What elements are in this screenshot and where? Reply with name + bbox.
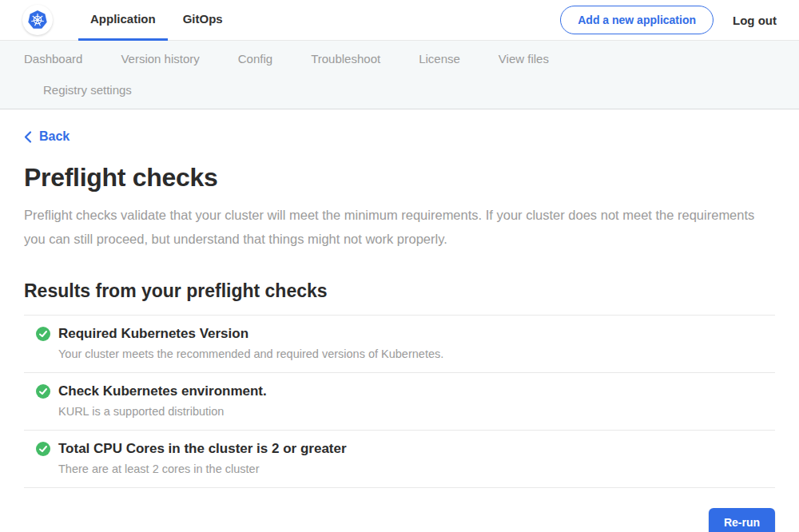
app-sub-navigation: Dashboard Version history Config Trouble… bbox=[0, 41, 799, 109]
page-title: Preflight checks bbox=[24, 163, 775, 193]
success-check-icon bbox=[36, 442, 50, 456]
check-item-kubernetes-environment: Check Kubernetes environment. KURL is a … bbox=[24, 372, 775, 430]
back-link[interactable]: Back bbox=[24, 129, 70, 144]
preflight-check-list: Required Kubernetes Version Your cluster… bbox=[24, 315, 775, 488]
kubernetes-logo-icon[interactable] bbox=[22, 5, 53, 35]
page-description: Preflight checks validate that your clus… bbox=[24, 203, 755, 251]
rerun-button[interactable]: Re-run bbox=[709, 508, 775, 532]
subnav-row-1: Dashboard Version history Config Trouble… bbox=[5, 43, 794, 74]
subnav-item-troubleshoot[interactable]: Troubleshoot bbox=[292, 43, 400, 74]
check-item-cpu-cores: Total CPU Cores in the cluster is 2 or g… bbox=[24, 430, 775, 487]
success-check-icon bbox=[36, 327, 50, 341]
top-bar: Application GitOps Add a new application… bbox=[0, 0, 799, 41]
check-item-kubernetes-version: Required Kubernetes Version Your cluster… bbox=[24, 315, 775, 372]
check-title-row: Check Kubernetes environment. bbox=[36, 383, 775, 399]
kubernetes-helm-icon bbox=[25, 7, 50, 33]
preflight-content: Back Preflight checks Preflight checks v… bbox=[24, 109, 775, 532]
check-title-row: Total CPU Cores in the cluster is 2 or g… bbox=[36, 441, 775, 457]
chevron-left-icon bbox=[24, 131, 32, 143]
add-new-application-button[interactable]: Add a new application bbox=[560, 6, 714, 34]
subnav-item-license[interactable]: License bbox=[400, 43, 479, 74]
subnav-item-dashboard[interactable]: Dashboard bbox=[5, 43, 101, 74]
subnav-row-2: Registry settings bbox=[5, 74, 794, 105]
tab-gitops[interactable]: GitOps bbox=[171, 0, 235, 41]
tab-application-label: Application bbox=[90, 12, 156, 26]
primary-tabs: Application GitOps bbox=[78, 0, 238, 41]
results-heading: Results from your preflight checks bbox=[24, 280, 775, 302]
subnav-item-view-files[interactable]: View files bbox=[479, 43, 568, 74]
footer-actions: Re-run bbox=[24, 488, 775, 532]
check-title-row: Required Kubernetes Version bbox=[36, 326, 775, 342]
check-title: Required Kubernetes Version bbox=[58, 326, 248, 342]
subnav-item-config[interactable]: Config bbox=[219, 43, 292, 74]
check-detail: KURL is a supported distribution bbox=[58, 405, 775, 418]
back-link-label: Back bbox=[39, 129, 70, 144]
logout-link[interactable]: Log out bbox=[733, 14, 777, 27]
tab-application[interactable]: Application bbox=[78, 0, 168, 41]
tab-gitops-label: GitOps bbox=[183, 12, 223, 26]
check-detail: Your cluster meets the recommended and r… bbox=[58, 347, 775, 360]
success-check-icon bbox=[36, 384, 50, 399]
check-title: Total CPU Cores in the cluster is 2 or g… bbox=[58, 441, 347, 457]
check-title: Check Kubernetes environment. bbox=[58, 383, 267, 399]
subnav-item-version-history[interactable]: Version history bbox=[101, 43, 218, 74]
subnav-item-registry-settings[interactable]: Registry settings bbox=[24, 74, 151, 105]
check-detail: There are at least 2 cores in the cluste… bbox=[58, 463, 775, 475]
